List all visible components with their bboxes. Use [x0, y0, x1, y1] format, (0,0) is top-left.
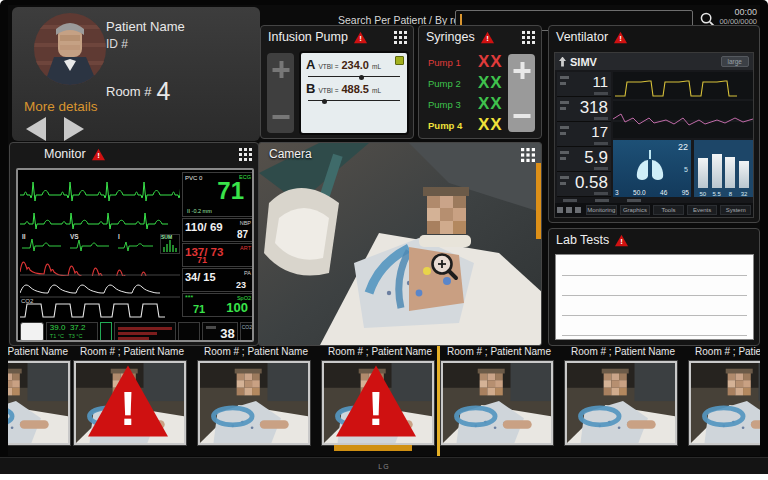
temperature-box: 39.0 37.2 T1 °C T3 °C — [46, 322, 98, 342]
warning-icon — [613, 31, 628, 44]
thumbnail-image[interactable] — [689, 361, 760, 445]
pa-box: 34/ 15 PA 23 — [182, 268, 253, 292]
pressure-waveform — [613, 72, 753, 105]
patient-thumbnail-7[interactable]: Room # ; Patient Name — [689, 346, 760, 456]
minus-button[interactable] — [272, 108, 289, 125]
trend-bar: 8 — [725, 157, 735, 188]
camera-feed — [259, 143, 542, 346]
pa-label: PA — [244, 270, 251, 276]
syringe-row-3: Pump 3 XX — [428, 94, 503, 114]
art-label: ART — [240, 245, 251, 251]
trend-bar: 32 — [739, 161, 749, 188]
aux-box — [178, 322, 200, 342]
ventilator-mode: SIMV — [570, 56, 597, 68]
camera-scrollbar[interactable] — [536, 163, 541, 239]
heart-rate-value: 71 — [217, 177, 244, 205]
syringe-value: XX — [478, 94, 503, 114]
ventilator-title: Ventilator — [556, 30, 608, 44]
vent-param: 0.58 — [557, 172, 611, 197]
warning-icon — [91, 148, 106, 161]
lab-tests-title: Lab Tests — [556, 233, 609, 247]
infusion-display: A VTBI = 234.0 mL B VTBI = 488.5 mL — [299, 51, 409, 135]
thumbnail-image[interactable] — [8, 361, 70, 445]
pump-b-unit: mL — [372, 87, 381, 94]
ventilator-menu: Monitoring Graphics Tools Events System — [555, 203, 753, 217]
grid-menu-icon[interactable] — [522, 31, 535, 44]
pump-status-badge — [395, 56, 404, 65]
thumbnail-image-selected[interactable] — [322, 361, 434, 445]
thumbnail-image[interactable] — [441, 361, 553, 445]
thumbnail-divider — [437, 346, 440, 456]
pump-a-unit: mL — [372, 63, 381, 70]
lab-tests-panel: Lab Tests — [548, 228, 760, 346]
vent-param: 5.9 — [557, 147, 611, 172]
minus-button[interactable] — [513, 107, 530, 124]
next-patient-arrow[interactable] — [64, 117, 84, 141]
st-value: II -0.2 mm — [187, 208, 212, 214]
co2-label: CO2 — [242, 324, 252, 330]
syringe-label: Pump 2 — [428, 78, 466, 89]
pump-b-param: VTBI = — [318, 87, 338, 94]
spo2-sat: 100 — [226, 300, 248, 315]
spo2-box: *** SpO2 71 100 — [182, 293, 253, 317]
plus-button[interactable] — [272, 61, 289, 78]
vent-tab-system[interactable]: System — [720, 205, 751, 215]
ventilator-waveforms — [613, 72, 753, 138]
spo2-pr: 71 — [193, 303, 205, 315]
trend-bars-panel: 50 5.5 8 32 — [694, 140, 753, 197]
vent-tab-monitoring[interactable]: Monitoring — [586, 205, 617, 215]
syringe-row-1: Pump 1 XX — [428, 52, 503, 72]
menu-key[interactable] — [20, 322, 44, 342]
grid-menu-icon[interactable] — [394, 31, 407, 44]
thumbnail-image[interactable] — [74, 361, 186, 445]
pvc-value: PVC 0 — [185, 175, 202, 181]
monitor-screen: II VS I SUM — [16, 168, 254, 342]
lung-side-value: 5 — [684, 166, 688, 173]
icu-dashboard: Patient Name ID # Room #4 More details S… — [0, 0, 768, 480]
patient-thumbnail-6[interactable]: Room # ; Patient Name — [565, 346, 681, 456]
patient-thumbnail-3[interactable]: Room # ; Patient Name — [198, 346, 314, 456]
spo2-stars: *** — [185, 294, 193, 301]
vent-size-button[interactable]: large — [721, 56, 749, 67]
patient-thumbnail-1[interactable]: Room # ; Patient Name — [8, 346, 74, 456]
previous-patient-arrow[interactable] — [26, 117, 46, 141]
trend-bar: 50 — [698, 158, 708, 188]
patient-thumbnail-2[interactable]: Room # ; Patient Name — [74, 346, 190, 456]
grid-menu-icon[interactable] — [239, 148, 252, 161]
pa-value: 34/ 15 — [185, 271, 216, 283]
patient-thumbnail-4[interactable]: Room # ; Patient Name — [322, 346, 438, 456]
lg-logo: LG — [378, 463, 389, 470]
more-details-link[interactable]: More details — [24, 99, 98, 114]
grid-menu-icon[interactable] — [521, 148, 535, 162]
selected-indicator — [334, 445, 412, 451]
pa-mean: 23 — [236, 280, 246, 290]
thumbnail-image[interactable] — [198, 361, 310, 445]
syringe-label: Pump 1 — [428, 57, 466, 68]
syringe-value: XX — [478, 52, 503, 72]
alert-icon — [74, 361, 182, 441]
room-value: 4 — [157, 77, 171, 105]
plus-button[interactable] — [513, 62, 530, 79]
vent-param: 11 — [557, 72, 611, 97]
thumbnail-label: Room # ; Patient Name — [322, 346, 438, 357]
patient-thumbnail-5[interactable]: Room # ; Patient Name — [441, 346, 557, 456]
mode-icon — [559, 57, 566, 67]
pump-line-a: A VTBI = 234.0 mL — [306, 57, 402, 72]
lead-strip-ii: II — [22, 234, 66, 254]
menu-icons — [557, 207, 581, 213]
lung-panel: 22 5 350.0 4695 — [613, 140, 691, 197]
lungs-icon — [633, 146, 667, 184]
vent-tab-tools[interactable]: Tools — [653, 205, 684, 215]
lead-strip-vs: VS — [70, 234, 114, 254]
pixelated-face — [427, 195, 466, 234]
ecg-box: PVC 0 ECG 71 II -0.2 mm — [182, 172, 253, 217]
syringes-stepper — [508, 54, 535, 132]
pump-a-param: VTBI = — [318, 63, 338, 70]
thumbnail-label: Room # ; Patient Name — [689, 346, 760, 357]
zoom-magnifier-icon[interactable] — [429, 251, 459, 281]
thumbnail-label: Room # ; Patient Name — [565, 346, 681, 357]
vent-tab-events[interactable]: Events — [687, 205, 718, 215]
nbp-mean: 87 — [237, 229, 248, 240]
vent-tab-graphics[interactable]: Graphics — [620, 205, 651, 215]
thumbnail-image[interactable] — [565, 361, 677, 445]
